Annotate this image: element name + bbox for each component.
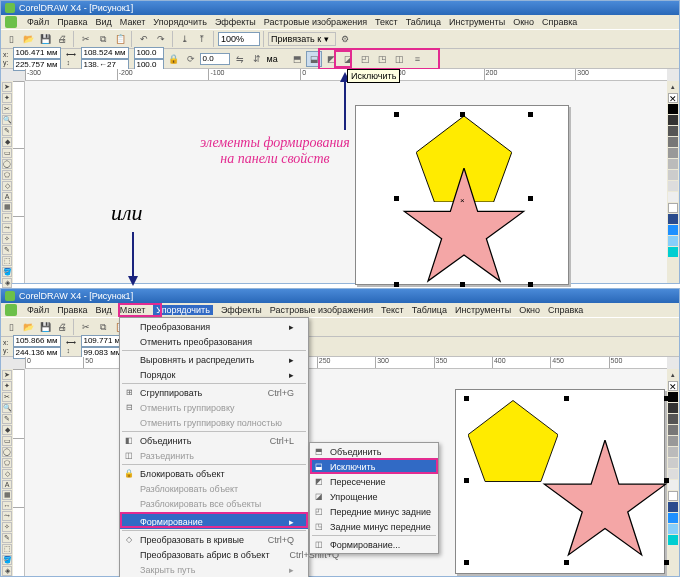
open-icon[interactable]: 📂 bbox=[20, 31, 36, 47]
swatch-black[interactable] bbox=[668, 392, 678, 402]
menu-view[interactable]: Вид bbox=[96, 17, 112, 27]
menu-item[interactable]: Выровнять и распределить▸ bbox=[120, 352, 308, 367]
menu-item[interactable]: ⬒Объединить bbox=[310, 444, 438, 459]
swatch-none[interactable]: ✕ bbox=[668, 93, 678, 103]
options-icon[interactable]: ⚙ bbox=[337, 31, 353, 47]
menu-layout[interactable]: Макет bbox=[120, 305, 145, 315]
dimension-tool-icon[interactable]: ↔ bbox=[2, 213, 12, 222]
menu-effects[interactable]: Эффекты bbox=[221, 305, 262, 315]
smartfill-tool-icon[interactable]: ◆ bbox=[2, 425, 12, 435]
menu-view[interactable]: Вид bbox=[96, 305, 112, 315]
swatch-gray30[interactable] bbox=[668, 181, 678, 191]
crop-tool-icon[interactable]: ✂ bbox=[2, 104, 12, 114]
freehand-tool-icon[interactable]: ✎ bbox=[2, 414, 12, 424]
swatch-gray70[interactable] bbox=[668, 137, 678, 147]
zoom-combo[interactable]: 100% bbox=[218, 32, 260, 46]
interactive-fill-tool-icon[interactable]: ◈ bbox=[2, 566, 12, 576]
menu-item[interactable]: Порядок▸ bbox=[120, 367, 308, 382]
swatch-gray90[interactable] bbox=[668, 403, 678, 413]
text-tool-icon[interactable]: A bbox=[2, 192, 12, 201]
mirror-h-icon[interactable]: ⇋ bbox=[232, 51, 248, 67]
menu-table[interactable]: Таблица bbox=[412, 305, 447, 315]
save-icon[interactable]: 💾 bbox=[37, 319, 53, 335]
menu-item[interactable]: 🔒Блокировать объект bbox=[120, 466, 308, 481]
basic-shapes-tool-icon[interactable]: ◇ bbox=[2, 181, 12, 191]
simplify-icon[interactable]: ◪ bbox=[340, 51, 356, 67]
connector-tool-icon[interactable]: ⤳ bbox=[2, 223, 12, 233]
palette-up-icon[interactable]: ▴ bbox=[668, 370, 678, 380]
align-icon[interactable]: ≡ bbox=[409, 51, 425, 67]
menu-help[interactable]: Справка bbox=[542, 17, 577, 27]
menubar[interactable]: Файл Правка Вид Макет Упорядочить Эффект… bbox=[1, 15, 679, 29]
swatch-gray50[interactable] bbox=[668, 159, 678, 169]
menu-item[interactable]: ◩Пересечение bbox=[310, 474, 438, 489]
swatch-navy[interactable] bbox=[668, 214, 678, 224]
fill-tool-icon[interactable]: 🪣 bbox=[2, 555, 12, 565]
width-field[interactable]: 108.524 мм bbox=[81, 47, 129, 59]
swatch-blue[interactable] bbox=[668, 225, 678, 235]
menu-arrange[interactable]: Упорядочить bbox=[153, 305, 213, 315]
menu-item[interactable]: ◳Задние минус передние bbox=[310, 519, 438, 534]
menu-item[interactable]: ◰Передние минус задние bbox=[310, 504, 438, 519]
outline-tool-icon[interactable]: ⬚ bbox=[2, 256, 12, 266]
polygon-tool-icon[interactable]: ⬠ bbox=[2, 458, 12, 468]
trim-icon[interactable]: ⬓ bbox=[306, 51, 322, 67]
table-tool-icon[interactable]: ▦ bbox=[2, 490, 12, 500]
menu-tools[interactable]: Инструменты bbox=[455, 305, 511, 315]
menu-text[interactable]: Текст bbox=[375, 17, 398, 27]
back-minus-front-icon[interactable]: ◳ bbox=[374, 51, 390, 67]
import-icon[interactable]: ⤓ bbox=[177, 31, 193, 47]
pick-tool-icon[interactable]: ➤ bbox=[2, 82, 12, 92]
copy-icon[interactable]: ⧉ bbox=[95, 319, 111, 335]
weld-icon[interactable]: ⬒ bbox=[289, 51, 305, 67]
titlebar[interactable]: CorelDRAW X4 - [Рисунок1] bbox=[1, 289, 679, 303]
outline-tool-icon[interactable]: ⬚ bbox=[2, 544, 12, 554]
dimension-tool-icon[interactable]: ↔ bbox=[2, 501, 12, 510]
menu-item[interactable]: Преобразовать абрис в объектCtrl+Shift+Q bbox=[120, 547, 308, 562]
pos-x-field[interactable]: 105.866 мм bbox=[13, 335, 61, 347]
table-tool-icon[interactable]: ▦ bbox=[2, 202, 12, 212]
star-shape[interactable] bbox=[398, 168, 530, 286]
palette-up-icon[interactable]: ▴ bbox=[668, 82, 678, 92]
print-icon[interactable]: 🖨 bbox=[54, 319, 70, 335]
freehand-tool-icon[interactable]: ✎ bbox=[2, 126, 12, 136]
menu-item[interactable]: ◪Упрощение bbox=[310, 489, 438, 504]
export-icon[interactable]: ⤒ bbox=[194, 31, 210, 47]
save-icon[interactable]: 💾 bbox=[37, 31, 53, 47]
swatch-white[interactable] bbox=[668, 203, 678, 213]
zoom-tool-icon[interactable]: 🔍 bbox=[2, 403, 12, 413]
menu-layout[interactable]: Макет bbox=[120, 17, 145, 27]
ellipse-tool-icon[interactable]: ◯ bbox=[2, 159, 12, 169]
copy-icon[interactable]: ⧉ bbox=[95, 31, 111, 47]
swatch-gray80[interactable] bbox=[668, 414, 678, 424]
swatch-gray80[interactable] bbox=[668, 126, 678, 136]
star-shape[interactable] bbox=[540, 440, 670, 560]
fill-tool-icon[interactable]: 🪣 bbox=[2, 267, 12, 277]
crop-tool-icon[interactable]: ✂ bbox=[2, 392, 12, 402]
rectangle-tool-icon[interactable]: ▭ bbox=[2, 436, 12, 446]
shaping-submenu[interactable]: ⬒Объединить⬓Исключить◩Пересечение◪Упроще… bbox=[309, 442, 439, 554]
swatch-none[interactable]: ✕ bbox=[668, 381, 678, 391]
menu-item[interactable]: ⬓Исключить bbox=[310, 459, 438, 474]
menu-item[interactable]: ◧ОбъединитьCtrl+L bbox=[120, 433, 308, 448]
menu-file[interactable]: Файл bbox=[27, 17, 49, 27]
swatch-gray60[interactable] bbox=[668, 148, 678, 158]
intersect-icon[interactable]: ◩ bbox=[323, 51, 339, 67]
menu-effects[interactable]: Эффекты bbox=[215, 17, 256, 27]
undo-icon[interactable]: ↶ bbox=[136, 31, 152, 47]
menu-item[interactable]: ⊞СгруппироватьCtrl+G bbox=[120, 385, 308, 400]
menu-edit[interactable]: Правка bbox=[57, 305, 87, 315]
swatch-gray40[interactable] bbox=[668, 170, 678, 180]
shape-tool-icon[interactable]: ✦ bbox=[2, 93, 12, 103]
polygon-tool-icon[interactable]: ⬠ bbox=[2, 170, 12, 180]
menubar[interactable]: Файл Правка Вид Макет Упорядочить Эффект… bbox=[1, 303, 679, 317]
effects-tool-icon[interactable]: ✧ bbox=[2, 234, 12, 244]
menu-file[interactable]: Файл bbox=[27, 305, 49, 315]
smartfill-tool-icon[interactable]: ◆ bbox=[2, 137, 12, 147]
menu-window[interactable]: Окно bbox=[519, 305, 540, 315]
menu-item[interactable]: ◫Формирование... bbox=[310, 537, 438, 552]
arrange-menu[interactable]: Преобразования▸Отменить преобразованияВы… bbox=[119, 317, 309, 577]
swatch-gray20[interactable] bbox=[668, 192, 678, 202]
menu-item[interactable]: ◇Преобразовать в кривыеCtrl+Q bbox=[120, 532, 308, 547]
rotation-field[interactable]: 0.0 bbox=[200, 53, 230, 65]
